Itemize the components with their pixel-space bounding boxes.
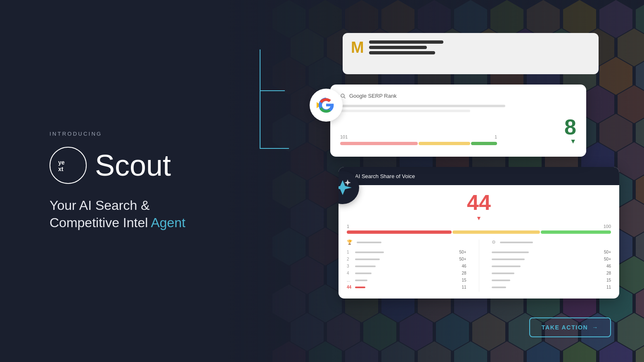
card-mcdonalds-bg: M <box>343 33 599 74</box>
introducing-label: INTRODUCING <box>50 131 185 137</box>
table-col-1: 🏆 1 50+ 2 50+ 3 <box>347 240 466 292</box>
row-score-c2-5: 15 <box>606 278 611 282</box>
trophy-icon: 🏆 <box>347 240 353 245</box>
yext-logo-svg: ye xt <box>57 156 80 174</box>
mcd-line-3 <box>369 51 435 54</box>
ai-seg-yellow <box>452 230 540 234</box>
ai-score-area: 44 ▼ <box>347 192 611 224</box>
mcd-line-1 <box>369 40 443 44</box>
table-row-1-2: 2 50+ <box>347 257 466 261</box>
card-ai-sov: ✦ AI Search Share of Voice 44 ▼ 1 100 <box>339 167 619 299</box>
right-content: M Google SERP Rank <box>330 21 611 341</box>
table-row-2-1: 50+ <box>492 250 611 254</box>
table-row-1-5: ... 15 <box>347 278 466 282</box>
row-score-1: 50+ <box>459 250 466 254</box>
take-action-label: TAKE ACTION <box>542 324 588 331</box>
mcd-arches-icon: M <box>351 40 364 55</box>
row-score-4: 28 <box>462 271 466 275</box>
table-row-1-4: 4 28 <box>347 271 466 275</box>
ai-card-label: AI Search Share of Voice <box>355 173 415 179</box>
card-google-serp: Google SERP Rank 101 1 8 ▼ <box>330 85 586 157</box>
connector-lines <box>219 41 301 206</box>
row-bar-5 <box>355 280 367 281</box>
scout-title: Scout <box>95 150 171 180</box>
rank-labels-area: 101 1 <box>340 134 497 145</box>
line-1 <box>340 105 505 107</box>
row-score-c2-6: 11 <box>606 285 611 289</box>
google-g-logo <box>317 96 336 115</box>
mcd-logo-row: M <box>351 40 590 55</box>
row-bar-1 <box>355 252 384 253</box>
row-score-5: 15 <box>462 278 466 282</box>
google-bubble <box>310 89 343 122</box>
ai-score-arrow: ▼ <box>467 215 491 221</box>
progress-green <box>471 142 497 145</box>
row-num-ellipsis: ... <box>347 278 353 282</box>
row-bar-4 <box>355 273 372 274</box>
left-content: INTRODUCING ye xt Scout Your AI Search &… <box>50 131 185 231</box>
table-row-1-highlighted: 44 11 <box>347 285 466 289</box>
row-num-2: 2 <box>347 257 353 261</box>
ai-label-left: 1 <box>347 224 349 229</box>
tagline-text-2: Competitive Intel <box>50 215 148 230</box>
row-num-1: 1 <box>347 250 353 254</box>
svg-text:ye: ye <box>58 159 65 166</box>
mcd-line-2 <box>369 46 427 49</box>
table-row-2-highlighted: 11 <box>492 285 611 289</box>
sparkle-diamond-icon <box>339 179 352 197</box>
rank-value: 8 <box>564 116 576 138</box>
ai-score-value: 44 <box>467 192 491 213</box>
row-num-3: 3 <box>347 264 353 268</box>
row-bar-3 <box>355 266 376 267</box>
table-row-2-2: 50+ <box>492 257 611 261</box>
row-score-c2-2: 50+ <box>604 257 611 261</box>
ai-table: 🏆 1 50+ 2 50+ 3 <box>347 240 611 292</box>
arrow-right-icon: → <box>592 324 599 331</box>
row-score-c2-3: 46 <box>606 264 611 268</box>
take-action-button[interactable]: TAKE ACTION → <box>529 317 611 337</box>
rank-label-right: 1 <box>495 134 497 139</box>
table-header-2: ⚙ <box>492 240 611 247</box>
row-bar-highlighted <box>355 287 365 288</box>
row-score-6: 11 <box>462 285 466 289</box>
table-header-1: 🏆 <box>347 240 466 247</box>
rank-progress-bar <box>340 142 497 145</box>
row-bar-c2-3 <box>492 266 521 267</box>
table-divider <box>479 240 479 292</box>
ai-seg-red <box>347 230 452 234</box>
mcd-text-lines <box>369 40 590 54</box>
row-num-4: 4 <box>347 271 353 275</box>
row-num-44: 44 <box>347 285 353 289</box>
gear-icon: ⚙ <box>492 240 496 245</box>
table-row-1-3: 3 46 <box>347 264 466 268</box>
table-col-2: ⚙ 50+ 50+ 46 <box>492 240 611 292</box>
ai-progress-bar <box>347 230 611 234</box>
table-row-1-1: 1 50+ <box>347 250 466 254</box>
progress-yellow <box>419 142 470 145</box>
table-row-2-5: 15 <box>492 278 611 282</box>
ai-score-block: 44 ▼ <box>467 192 491 224</box>
table-row-2-4: 28 <box>492 271 611 275</box>
google-card-header: Google SERP Rank <box>340 93 576 99</box>
google-lines-placeholder <box>340 105 576 112</box>
row-score-2: 50+ <box>459 257 466 261</box>
logo-row: ye xt Scout <box>50 147 185 184</box>
row-bar-c2-highlighted <box>492 287 506 288</box>
row-score-c2-4: 28 <box>606 271 611 275</box>
table-row-2-3: 46 <box>492 264 611 268</box>
google-card-label: Google SERP Rank <box>349 93 397 99</box>
tagline: Your AI Search & Competitive Intel Agent <box>50 197 185 231</box>
row-score-c2-1: 50+ <box>604 250 611 254</box>
rank-number-area: 8 ▼ <box>564 116 576 145</box>
row-bar-2 <box>355 259 380 260</box>
svg-text:xt: xt <box>58 166 64 172</box>
header-bar-1 <box>357 242 381 243</box>
rank-row: 101 1 8 ▼ <box>340 116 576 145</box>
ai-progress-labels: 1 100 <box>347 224 611 229</box>
yext-logo-circle: ye xt <box>50 147 87 184</box>
ai-label-right: 100 <box>604 224 611 229</box>
tagline-highlight: Agent <box>148 215 185 230</box>
ai-card-body: 44 ▼ 1 100 🏆 <box>339 185 619 299</box>
row-score-3: 46 <box>462 264 466 268</box>
progress-pink <box>340 142 418 145</box>
